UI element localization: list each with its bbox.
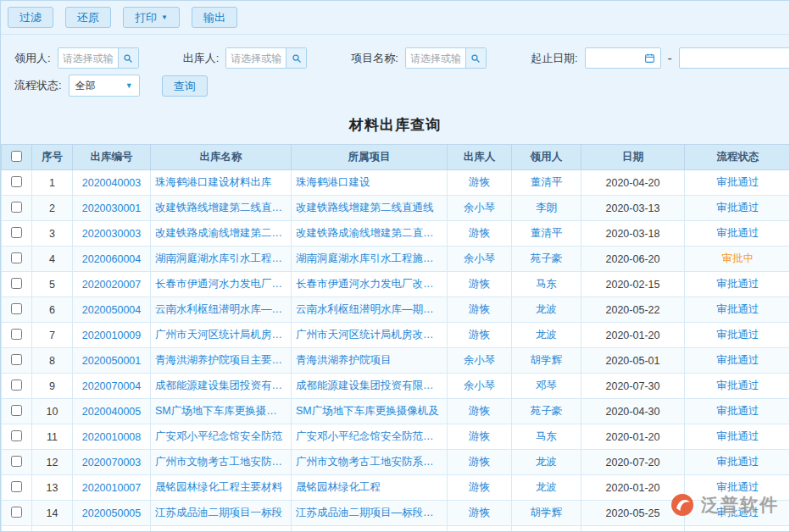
status-link[interactable]: 审批通过 (685, 272, 790, 297)
status-link[interactable]: 审批通过 (685, 323, 790, 348)
outbound-name-link[interactable]: 改建铁路成渝线增建第二直通线 (151, 221, 292, 247)
restore-button[interactable]: 还原 (65, 7, 111, 28)
search-button[interactable]: 查询 (162, 75, 208, 97)
status-link[interactable]: 审批通过 (685, 374, 790, 399)
outbound-name-link[interactable]: 改建铁路线增建第二线直通线 (151, 196, 292, 221)
column-header: 序号 (32, 145, 73, 170)
status-link[interactable]: 审批通过 (685, 221, 790, 247)
row-checkbox[interactable] (11, 380, 22, 391)
row-checkbox[interactable] (11, 329, 22, 340)
status-link[interactable]: 审批通过 (685, 170, 790, 196)
end-date-input[interactable] (684, 53, 790, 64)
outbound-name-link[interactable]: 广安邓小平纪念馆安全防范 (151, 424, 292, 450)
outbound-code-link[interactable]: 2020060004 (73, 247, 151, 272)
outbound-code-link[interactable]: 2020040003 (73, 170, 151, 196)
status-link[interactable]: 审批通过 (685, 475, 790, 501)
project-link[interactable]: 云南水利枢纽潜明水库—期工程 (292, 297, 448, 323)
table-row: 62020050004云南水利枢纽潜明水库—期工程云南水利枢纽潜明水库—期工程游… (2, 297, 790, 323)
project-link[interactable]: 改建铁路成渝线增建第二直通线 (292, 221, 448, 247)
issuer-cell: 游恢 (448, 297, 512, 323)
issuer-search-button[interactable] (286, 48, 306, 68)
project-link[interactable]: 广安邓小平纪念馆安全防范系统 (292, 424, 448, 450)
row-checkbox[interactable] (11, 303, 22, 314)
row-checkbox[interactable] (11, 278, 22, 289)
status-link[interactable]: 审批通过 (685, 424, 790, 450)
outbound-code-link[interactable]: 2020010007 (73, 475, 151, 501)
export-button[interactable]: 输出 (192, 7, 237, 28)
outbound-name-link[interactable]: 湖南洞庭湖水库引水工程施工 (151, 247, 292, 272)
project-link[interactable]: 长春市伊通河水力发电厂改建工 (292, 272, 448, 297)
filter-button[interactable]: 过滤 (8, 7, 53, 28)
outbound-code-link[interactable]: 2020010009 (73, 323, 151, 348)
status-link[interactable]: 审批中 (685, 247, 790, 272)
select-all-checkbox[interactable] (11, 151, 22, 162)
outbound-name-link[interactable]: 江苏成品油二期项目一标段 (151, 501, 292, 526)
outbound-name-link[interactable]: 成都能源建设集团投资有限公司 (151, 374, 292, 399)
outbound-name-link[interactable]: SM广场地下车库更换摄像机 (151, 399, 292, 424)
select-all-header (2, 145, 32, 170)
row-index: 14 (32, 501, 73, 526)
row-checkbox[interactable] (11, 227, 22, 238)
row-checkbox[interactable] (11, 405, 22, 416)
issuer-picker-input[interactable] (226, 48, 286, 68)
row-checkbox[interactable] (11, 354, 22, 365)
row-checkbox[interactable] (11, 456, 22, 467)
outbound-name-link[interactable]: 晟铭园林绿化工程主要材料 (151, 475, 292, 501)
project-link[interactable]: 湖南洞庭湖水库引水工程施工项 (292, 247, 448, 272)
project-link[interactable]: 珠海鹤港口建设 (292, 170, 448, 196)
project-link[interactable]: 晟铭园林绿化工程 (292, 475, 448, 501)
project-link[interactable]: 江苏成品油二期项目—标段工程 (292, 501, 448, 526)
recipient-search-button[interactable] (118, 48, 138, 68)
print-button[interactable]: 打印 ▼ (123, 7, 180, 28)
status-select[interactable]: 全部 ▼ (69, 75, 140, 97)
outbound-name-link[interactable]: 云南水利枢纽潜明水库—期工程 (151, 297, 292, 323)
row-checkbox[interactable] (11, 481, 22, 492)
project-link[interactable]: 改建铁路线增建第二线直通线 (292, 196, 448, 221)
status-link[interactable]: 审批通过 (685, 450, 790, 475)
outbound-code-link[interactable]: 2020060005 (73, 526, 151, 532)
row-checkbox[interactable] (11, 202, 22, 213)
outbound-code-link[interactable]: 2020040005 (73, 399, 151, 424)
status-link[interactable]: 审批通过 (685, 501, 790, 526)
outbound-code-link[interactable]: 2020050001 (73, 348, 151, 374)
row-checkbox[interactable] (11, 176, 22, 187)
project-picker-input[interactable] (406, 48, 465, 68)
status-link[interactable]: 审批通过 (685, 196, 790, 221)
outbound-code-link[interactable]: 2020020007 (73, 272, 151, 297)
row-index: 10 (32, 399, 73, 424)
outbound-code-link[interactable]: 2020070004 (73, 374, 151, 399)
outbound-code-link[interactable]: 2020030003 (73, 221, 151, 247)
row-checkbox[interactable] (11, 507, 22, 518)
start-date-input[interactable] (590, 53, 644, 64)
status-link[interactable]: 审批通过 (685, 399, 790, 424)
project-link[interactable]: 客运专线广州调度所装修项目 (292, 526, 448, 532)
outbound-code-link[interactable]: 2020050005 (73, 501, 151, 526)
outbound-name-link[interactable]: 长春市伊通河水力发电厂改建 (151, 272, 292, 297)
outbound-code-link[interactable]: 2020010008 (73, 424, 151, 450)
outbound-code-link[interactable]: 2020050004 (73, 297, 151, 323)
outbound-name-link[interactable]: 珠海鹤港口建设材料出库 (151, 170, 292, 196)
project-search-button[interactable] (465, 48, 486, 68)
row-checkbox[interactable] (11, 252, 22, 263)
date-cell: 2020-01-20 (581, 475, 685, 501)
recipient-picker-input[interactable] (58, 48, 118, 68)
outbound-name-link[interactable]: 青海洪湖养护院项目主要材料 (151, 348, 292, 374)
project-link[interactable]: 成都能源建设集团投资有限公司 (292, 374, 448, 399)
project-link[interactable]: 广州市天河区统计局机房改造工 (292, 323, 448, 348)
recipient-cell: 龙波 (512, 450, 581, 475)
status-link[interactable]: 审批通过 (685, 297, 790, 323)
recipient-cell: 胡学辉 (512, 501, 581, 526)
outbound-name-link[interactable]: 广州市天河区统计局机房改造 (151, 323, 292, 348)
status-link[interactable]: 审批通过 (685, 526, 790, 532)
row-checkbox[interactable] (11, 430, 22, 441)
status-link[interactable]: 审批通过 (685, 348, 790, 374)
outbound-name-link[interactable]: 客运专线广州调度所装修项目 (151, 526, 292, 532)
outbound-name-link[interactable]: 广州市文物考古工地安防系统 (151, 450, 292, 475)
project-link[interactable]: 青海洪湖养护院项目 (292, 348, 448, 374)
column-header: 所属项目 (292, 145, 448, 170)
checkbox-cell (2, 424, 32, 450)
project-link[interactable]: SM广场地下车库更换摄像机及 (292, 399, 448, 424)
outbound-code-link[interactable]: 2020030001 (73, 196, 151, 221)
outbound-code-link[interactable]: 2020070003 (73, 450, 151, 475)
project-link[interactable]: 广州市文物考古工地安防系统维 (292, 450, 448, 475)
